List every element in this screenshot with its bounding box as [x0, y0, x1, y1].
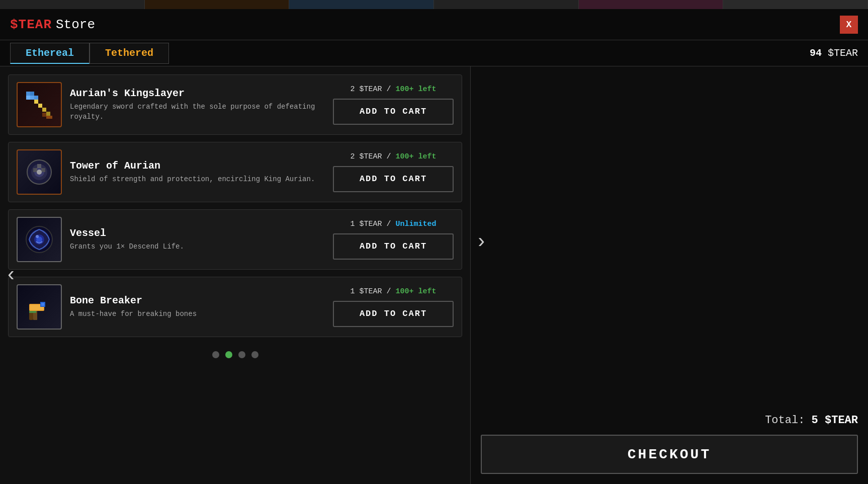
- cart-content: Total: 5 $TEAR CHECKOUT: [481, 414, 858, 474]
- checkout-button[interactable]: CHECKOUT: [481, 435, 858, 474]
- item-icon-tower: [17, 149, 62, 195]
- hammer-icon: [22, 290, 56, 324]
- tab-ethereal[interactable]: Ethereal: [10, 43, 90, 64]
- svg-rect-7: [26, 96, 30, 100]
- nav-arrow-left[interactable]: ‹: [0, 259, 22, 292]
- item-name-kingslayer: Aurian's Kingslayer: [70, 88, 325, 99]
- logo: $TEAR: [10, 17, 52, 32]
- sword-icon: [22, 88, 56, 122]
- add-to-cart-vessel[interactable]: ADD TO CART: [333, 233, 454, 260]
- price-row-tower: 2 $TEAR / 100+ left: [350, 152, 436, 161]
- pagination-dot-2[interactable]: [225, 351, 232, 358]
- svg-rect-1: [30, 96, 34, 100]
- svg-point-22: [36, 235, 39, 238]
- svg-rect-5: [46, 112, 50, 116]
- svg-rect-4: [42, 108, 46, 112]
- app-title: $TEAR Store: [10, 17, 95, 32]
- header: $TEAR Store X: [0, 9, 868, 40]
- balance-display: 94 $TEAR: [810, 47, 858, 59]
- add-to-cart-kingslayer[interactable]: ADD TO CART: [333, 99, 454, 125]
- shield-icon: [22, 155, 56, 189]
- svg-rect-8: [34, 96, 38, 100]
- svg-rect-0: [26, 92, 30, 96]
- item-actions-kingslayer: 2 $TEAR / 100+ left ADD TO CART: [333, 85, 454, 125]
- item-icon-vessel: [17, 217, 62, 262]
- pagination-dot-3[interactable]: [238, 351, 245, 358]
- tabs-container: Ethereal Tethered: [10, 43, 169, 64]
- item-name-vessel: Vessel: [70, 227, 325, 239]
- add-to-cart-bone-breaker[interactable]: ADD TO CART: [333, 301, 454, 327]
- close-button[interactable]: X: [840, 16, 858, 34]
- item-desc-tower: Shield of strength and protection, encir…: [70, 175, 325, 185]
- pagination-dot-1[interactable]: [212, 351, 219, 358]
- svg-rect-28: [41, 303, 44, 306]
- item-desc-bone-breaker: A must-have for breaking bones: [70, 309, 325, 319]
- tabs-row: Ethereal Tethered 94 $TEAR: [0, 40, 868, 66]
- price-row-bone-breaker: 1 $TEAR / 100+ left: [350, 287, 436, 296]
- item-info-tower: Tower of Aurian Shield of strength and p…: [70, 160, 325, 185]
- svg-rect-15: [33, 168, 37, 172]
- svg-rect-6: [30, 92, 34, 96]
- nav-right-container: ›: [470, 226, 492, 259]
- item-name-bone-breaker: Bone Breaker: [70, 295, 325, 306]
- price-row-kingslayer: 2 $TEAR / 100+ left: [350, 85, 436, 94]
- item-card-bone-breaker: Bone Breaker A must-have for breaking bo…: [8, 277, 462, 337]
- item-info-bone-breaker: Bone Breaker A must-have for breaking bo…: [70, 295, 325, 319]
- item-actions-vessel: 1 $TEAR / Unlimited ADD TO CART: [333, 220, 454, 260]
- item-icon-bone-breaker: [17, 284, 62, 330]
- item-card-vessel: Vessel Grants you 1× Descend Life. 1 $TE…: [8, 209, 462, 270]
- svg-rect-29: [29, 311, 36, 313]
- item-card-kingslayer: Aurian's Kingslayer Legendary sword craf…: [8, 74, 462, 135]
- svg-rect-16: [41, 168, 45, 172]
- store-label: Store: [56, 17, 95, 32]
- item-card-tower: Tower of Aurian Shield of strength and p…: [8, 142, 462, 202]
- svg-rect-2: [34, 100, 38, 104]
- svg-rect-14: [37, 164, 41, 168]
- item-desc-vessel: Grants you 1× Descend Life.: [70, 242, 325, 252]
- pagination-dot-4[interactable]: [251, 351, 258, 358]
- main-layout: ‹ Aurian's: [0, 66, 868, 484]
- price-row-vessel: 1 $TEAR / Unlimited: [350, 220, 436, 228]
- item-desc-kingslayer: Legendary sword crafted with the sole pu…: [70, 102, 325, 122]
- svg-rect-10: [42, 113, 46, 117]
- item-name-tower: Tower of Aurian: [70, 160, 325, 172]
- svg-rect-3: [38, 104, 42, 108]
- item-actions-bone-breaker: 1 $TEAR / 100+ left ADD TO CART: [333, 287, 454, 327]
- cart-panel: Total: 5 $TEAR CHECKOUT: [470, 66, 868, 484]
- tab-tethered[interactable]: Tethered: [90, 43, 169, 64]
- pagination: [8, 344, 462, 365]
- svg-rect-9: [46, 116, 52, 119]
- vessel-icon: [22, 222, 56, 257]
- item-actions-tower: 2 $TEAR / 100+ left ADD TO CART: [333, 152, 454, 192]
- items-panel: ‹ Aurian's: [0, 66, 470, 484]
- cart-total: Total: 5 $TEAR: [481, 414, 858, 427]
- add-to-cart-tower[interactable]: ADD TO CART: [333, 166, 454, 192]
- svg-point-17: [37, 170, 42, 175]
- banner: [0, 0, 868, 9]
- nav-arrow-right[interactable]: ›: [470, 226, 492, 259]
- item-info-kingslayer: Aurian's Kingslayer Legendary sword craf…: [70, 88, 325, 122]
- item-info-vessel: Vessel Grants you 1× Descend Life.: [70, 227, 325, 252]
- item-icon-kingslayer: [17, 82, 62, 127]
